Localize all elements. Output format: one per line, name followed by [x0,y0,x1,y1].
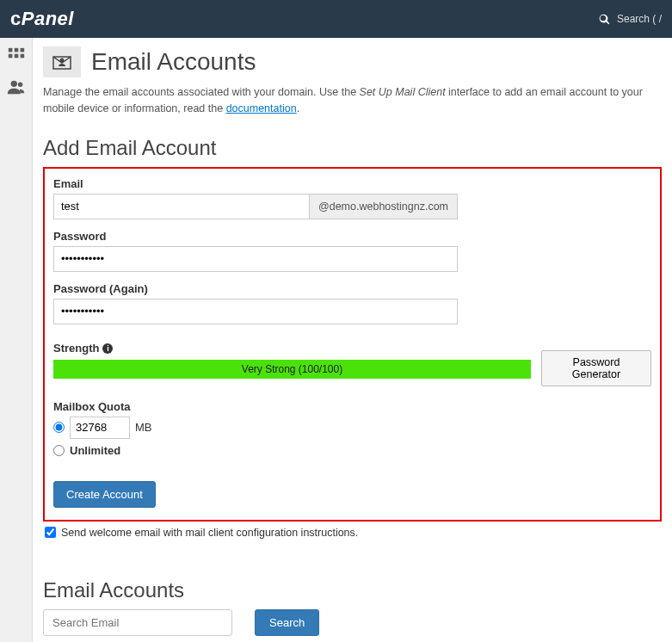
svg-point-6 [10,81,16,87]
apps-grid-icon[interactable] [7,46,26,65]
send-welcome-label: Send welcome email with mail client conf… [61,527,358,539]
password-label: Password [53,230,651,243]
password-generator-button[interactable]: Password Generator [541,350,651,386]
create-account-button[interactable]: Create Account [53,481,156,508]
password-again-label: Password (Again) [53,282,651,295]
page-title: Email Accounts [91,48,256,76]
svg-rect-1 [14,48,18,52]
email-input[interactable] [53,194,310,219]
strength-label: Strength i [53,342,531,355]
sidebar [0,38,33,642]
search-text: Search ( / [617,13,662,25]
search-email-input[interactable] [43,609,232,636]
quota-unit: MB [135,421,152,434]
svg-rect-3 [8,54,12,59]
add-account-title: Add Email Account [43,136,662,160]
email-accounts-title: Email Accounts [43,578,662,602]
svg-rect-2 [20,48,24,52]
global-search[interactable]: Search ( / [599,13,662,25]
envelope-user-icon [52,53,72,71]
add-account-form-highlight: Email @demo.webhostingnz.com Password Pa… [43,167,662,522]
svg-rect-0 [8,48,12,52]
main-content: Email Accounts Manage the email accounts… [33,38,672,642]
search-icon [599,14,610,25]
topbar: cPanel Search ( / [0,0,672,38]
email-label: Email [53,177,651,190]
send-welcome-checkbox[interactable] [45,527,56,538]
quota-unlimited-label: Unlimited [70,444,120,457]
search-button[interactable]: Search [255,609,319,636]
quota-unlimited-radio[interactable] [53,445,65,456]
info-icon[interactable]: i [102,343,113,354]
svg-point-7 [17,83,22,88]
password-again-input[interactable] [53,299,458,324]
quota-label: Mailbox Quota [53,400,651,413]
strength-meter: Very Strong (100/100) [53,360,531,379]
quota-custom-radio[interactable] [53,422,65,433]
logo: cPanel [10,8,74,30]
page-header: Email Accounts [43,46,662,77]
users-icon[interactable] [7,77,26,96]
documentation-link[interactable]: documentation [226,102,297,114]
password-input[interactable] [53,246,458,272]
page-icon [43,46,81,77]
email-domain-suffix: @demo.webhostingnz.com [310,194,458,219]
page-description: Manage the email accounts associated wit… [43,84,662,117]
svg-rect-4 [14,54,18,59]
svg-rect-5 [20,54,24,59]
svg-point-8 [60,59,65,63]
quota-input[interactable] [70,417,130,439]
